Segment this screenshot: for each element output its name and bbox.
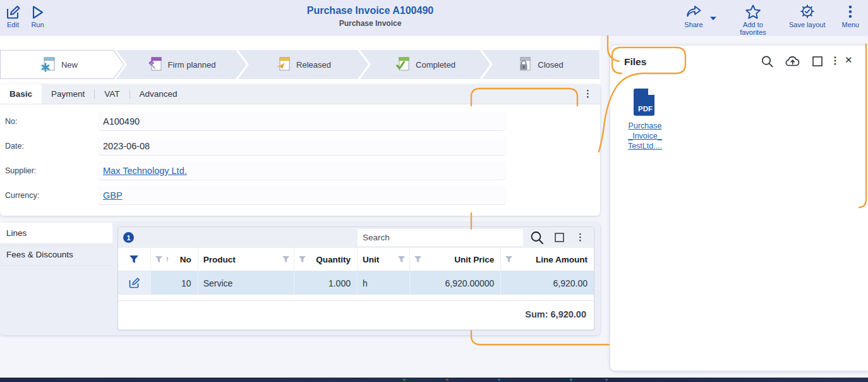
cell-product-value: Service bbox=[203, 278, 233, 288]
row-edit-cell[interactable] bbox=[118, 271, 150, 295]
cell-line-amount: 6,920.00 bbox=[500, 271, 594, 295]
file-name-line: TestLtd.... bbox=[625, 141, 665, 151]
files-search-icon[interactable] bbox=[761, 55, 774, 71]
tab-vat[interactable]: VAT bbox=[95, 84, 129, 104]
column-product[interactable]: Product bbox=[198, 248, 294, 271]
sidebar-item-lines[interactable]: Lines bbox=[0, 223, 112, 244]
stage-completed[interactable]: Completed bbox=[360, 50, 490, 79]
workflow-stages: New Firm planned Released Completed Clos… bbox=[0, 50, 600, 79]
column-unit-label: Unit bbox=[363, 255, 379, 264]
cell-no-value: 10 bbox=[181, 278, 191, 288]
grid-maximize-icon[interactable] bbox=[555, 233, 564, 245]
field-value-no[interactable]: A100490 bbox=[98, 112, 506, 131]
column-quantity[interactable]: Quantity bbox=[294, 248, 357, 271]
column-no[interactable]: ↑ No bbox=[150, 248, 198, 271]
taskbar-pixel bbox=[498, 379, 500, 381]
grid-header-row: ↑ No Product Quantity Unit Unit Price bbox=[118, 248, 594, 271]
edit-icon bbox=[5, 4, 21, 20]
menu-label: Menu bbox=[841, 21, 859, 28]
run-icon bbox=[30, 4, 45, 20]
menu-button[interactable]: Menu bbox=[841, 4, 859, 28]
lines-card: Lines Fees & Discounts 1 ⋮ ↑ No Product bbox=[0, 223, 600, 335]
filter-funnel-active-icon bbox=[129, 255, 139, 264]
stage-firm-planned[interactable]: Firm planned bbox=[116, 50, 246, 79]
edit-row-icon bbox=[128, 277, 140, 289]
grid-filter-column[interactable] bbox=[118, 248, 150, 271]
file-name-line: Purchase bbox=[625, 121, 665, 131]
taskbar-sliver bbox=[0, 378, 868, 382]
cell-unit-value: h bbox=[363, 278, 368, 288]
top-header: Edit Run Purchase Invoice A100490 Purcha… bbox=[0, 0, 868, 36]
title-block: Purchase Invoice A100490 Purchase Invoic… bbox=[307, 5, 433, 28]
date-value: 2023-06-08 bbox=[103, 141, 150, 151]
files-maximize-icon[interactable] bbox=[812, 56, 823, 69]
save-layout-label: Save layout bbox=[789, 21, 825, 28]
cell-unit-price-value: 6,920.00000 bbox=[445, 278, 495, 288]
cell-no: 10 bbox=[150, 271, 198, 295]
stage-completed-label: Completed bbox=[416, 60, 455, 70]
stage-firm-planned-label: Firm planned bbox=[168, 60, 216, 70]
currency-link[interactable]: GBP bbox=[103, 190, 123, 200]
files-panel: Files ⋮ ✕ PDF Purchase _Invoice_ TestLtd… bbox=[610, 46, 868, 371]
check-document-icon bbox=[395, 56, 410, 73]
sort-ascending-icon: ↑ bbox=[166, 255, 169, 264]
stage-new[interactable]: New bbox=[0, 50, 124, 79]
filter-funnel-icon bbox=[155, 256, 163, 263]
cell-quantity: 1.000 bbox=[294, 271, 357, 295]
lines-grid: 1 ⋮ ↑ No Product Quantity bbox=[118, 226, 594, 330]
files-upload-icon[interactable] bbox=[785, 55, 801, 71]
tab-basic[interactable]: Basic bbox=[0, 84, 42, 104]
column-line-amount-label: Line Amount bbox=[536, 255, 588, 264]
star-icon bbox=[744, 4, 762, 20]
gear-check-icon bbox=[799, 4, 816, 20]
taskbar-pixel bbox=[570, 379, 572, 381]
grid-search-input[interactable] bbox=[358, 229, 523, 246]
column-product-label: Product bbox=[203, 255, 236, 264]
files-panel-title: Files bbox=[624, 56, 646, 68]
supplier-link[interactable]: Max Technology Ltd. bbox=[103, 166, 187, 176]
share-button[interactable]: Share bbox=[684, 4, 703, 28]
field-label-supplier: Supplier: bbox=[5, 166, 36, 175]
field-value-supplier: Max Technology Ltd. bbox=[98, 161, 506, 180]
column-unit[interactable]: Unit bbox=[357, 248, 409, 271]
tab-overflow-menu-icon[interactable]: ⋮ bbox=[583, 88, 593, 99]
stage-new-label: New bbox=[61, 60, 78, 70]
field-value-currency: GBP bbox=[98, 186, 506, 205]
share-group: Share bbox=[684, 4, 717, 28]
column-unit-price[interactable]: Unit Price bbox=[409, 248, 501, 271]
file-name-line: _Invoice_ bbox=[625, 131, 665, 141]
run-label: Run bbox=[31, 21, 44, 28]
column-unit-price-label: Unit Price bbox=[454, 255, 494, 264]
header-left-toolbar: Edit Run bbox=[5, 4, 45, 28]
stage-closed[interactable]: Closed bbox=[482, 50, 600, 79]
column-line-amount[interactable]: Line Amount bbox=[500, 248, 594, 271]
stage-released[interactable]: Released bbox=[238, 50, 368, 79]
grid-sum-row: Sum: 6,920.00 bbox=[118, 300, 594, 330]
save-layout-button[interactable]: Save layout bbox=[789, 4, 825, 28]
filter-funnel-icon bbox=[505, 256, 513, 263]
svg-text:PDF: PDF bbox=[638, 105, 653, 113]
files-menu-icon[interactable]: ⋮ bbox=[830, 54, 840, 66]
tab-advanced[interactable]: Advanced bbox=[130, 84, 187, 104]
file-item-pdf[interactable]: PDF Purchase _Invoice_ TestLtd.... bbox=[625, 87, 665, 151]
files-close-icon[interactable]: ✕ bbox=[845, 54, 853, 66]
run-button[interactable]: Run bbox=[30, 4, 45, 28]
grid-search-icon[interactable] bbox=[529, 230, 545, 248]
field-label-date: Date: bbox=[5, 142, 24, 151]
edit-button[interactable]: Edit bbox=[5, 4, 21, 28]
grid-toolbar: 1 ⋮ bbox=[118, 227, 594, 248]
add-to-favorites-button[interactable]: Add to favorites bbox=[733, 4, 773, 36]
invoice-line-row[interactable]: 10 Service 1.000 h 6,920.00000 6,920.00 bbox=[118, 271, 594, 295]
share-caret-icon[interactable] bbox=[709, 12, 717, 23]
page-subtitle: Purchase Invoice bbox=[307, 19, 433, 28]
field-label-no: No: bbox=[5, 117, 17, 126]
file-name-link[interactable]: Purchase _Invoice_ TestLtd.... bbox=[625, 121, 665, 151]
row-count-badge: 1 bbox=[123, 232, 134, 243]
field-value-date[interactable]: 2023-06-08 bbox=[98, 137, 506, 156]
grid-menu-icon[interactable]: ⋮ bbox=[576, 231, 585, 243]
pushpin-document-icon bbox=[147, 56, 162, 73]
tab-payment[interactable]: Payment bbox=[42, 84, 94, 104]
sidebar-item-fees-discounts[interactable]: Fees & Discounts bbox=[0, 244, 112, 266]
filter-funnel-icon bbox=[298, 256, 306, 263]
invoice-form-card: Basic Payment VAT Advanced ⋮ No: A100490… bbox=[0, 84, 600, 216]
